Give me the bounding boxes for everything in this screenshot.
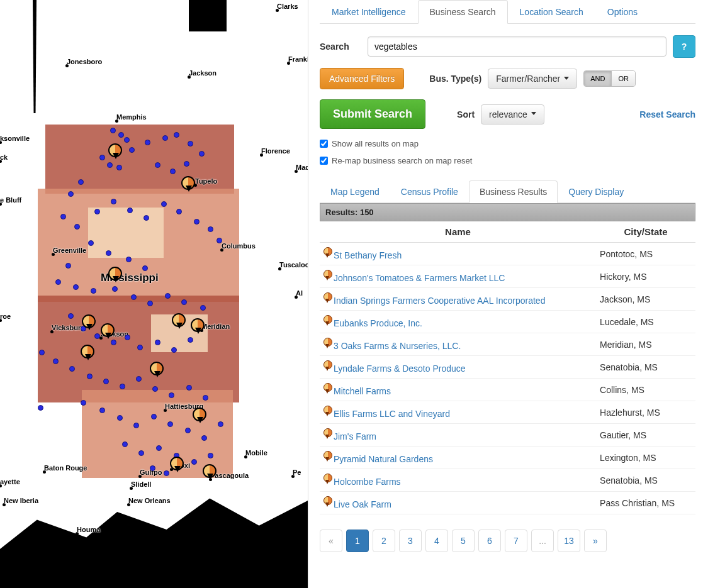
cluster-marker[interactable] <box>82 314 96 328</box>
result-dot[interactable] <box>185 428 191 433</box>
result-dot[interactable] <box>55 279 61 285</box>
result-dot[interactable] <box>133 423 139 428</box>
result-dot[interactable] <box>53 358 59 364</box>
tab-location-search[interactable]: Location Search <box>508 0 595 24</box>
page-13[interactable]: 13 <box>558 530 580 552</box>
cluster-marker[interactable] <box>191 318 205 332</box>
business-link[interactable]: 3 Oaks Farms & Nurseries, LLC. <box>334 341 461 351</box>
result-dot[interactable] <box>208 453 213 458</box>
result-dot[interactable] <box>176 209 182 214</box>
business-link[interactable]: Mitchell Farms <box>334 386 391 396</box>
result-dot[interactable] <box>124 137 130 143</box>
page-2[interactable]: 2 <box>373 530 395 552</box>
result-dot[interactable] <box>65 263 71 269</box>
help-button[interactable]: ? <box>673 35 695 58</box>
result-dot[interactable] <box>69 366 75 372</box>
result-dot[interactable] <box>188 141 193 147</box>
result-dot[interactable] <box>171 347 177 353</box>
result-dot[interactable] <box>150 465 155 471</box>
map[interactable]: Mississippi ClarksJonesboroJacksonFrankl… <box>0 0 308 588</box>
cluster-marker[interactable] <box>81 345 94 358</box>
result-dot[interactable] <box>167 421 173 427</box>
result-dot[interactable] <box>94 209 100 214</box>
result-dot[interactable] <box>174 132 179 138</box>
business-link[interactable]: St Bethany Fresh <box>334 250 402 260</box>
result-dot[interactable] <box>103 379 109 384</box>
cluster-marker[interactable] <box>101 323 115 337</box>
submit-search-button[interactable]: Submit Search <box>320 99 425 129</box>
checkbox-0[interactable] <box>320 140 328 148</box>
result-dot[interactable] <box>111 340 116 345</box>
cluster-marker[interactable] <box>108 267 122 280</box>
result-dot[interactable] <box>125 335 130 340</box>
result-dot[interactable] <box>203 395 208 401</box>
result-dot[interactable] <box>117 415 123 421</box>
business-link[interactable]: Pyramid Natural Gardens <box>334 454 433 464</box>
result-dot[interactable] <box>110 128 116 133</box>
tab-options[interactable]: Options <box>595 0 650 24</box>
cluster-marker[interactable] <box>170 457 184 470</box>
result-dot[interactable] <box>136 376 142 382</box>
result-dot[interactable] <box>162 135 168 141</box>
page-»[interactable]: » <box>584 530 607 552</box>
reset-search-link[interactable]: Reset Search <box>639 109 695 119</box>
result-dot[interactable] <box>87 374 93 379</box>
result-dot[interactable] <box>99 408 105 413</box>
result-dot[interactable] <box>184 161 189 167</box>
business-link[interactable]: Ellis Farms LLC and Vineyard <box>334 409 450 419</box>
result-dot[interactable] <box>78 179 84 185</box>
result-dot[interactable] <box>137 345 143 350</box>
result-dot[interactable] <box>161 201 167 207</box>
result-dot[interactable] <box>156 445 162 451</box>
business-link[interactable]: Jim's Farm <box>334 431 376 441</box>
result-dot[interactable] <box>142 265 148 271</box>
result-dot[interactable] <box>60 214 66 219</box>
cluster-marker[interactable] <box>181 176 195 190</box>
result-dot[interactable] <box>91 288 96 294</box>
cluster-marker[interactable] <box>172 313 186 327</box>
result-dot[interactable] <box>194 219 200 225</box>
result-dot[interactable] <box>186 385 192 391</box>
result-dot[interactable] <box>151 414 157 419</box>
page-«[interactable]: « <box>320 530 342 552</box>
subtab-census-profile[interactable]: Census Profile <box>390 180 469 203</box>
page-6[interactable]: 6 <box>478 530 501 552</box>
result-dot[interactable] <box>181 299 187 305</box>
tab-market-intelligence[interactable]: Market Intelligence <box>320 0 418 24</box>
result-dot[interactable] <box>116 165 122 170</box>
subtab-business-results[interactable]: Business Results <box>469 180 558 203</box>
result-dot[interactable] <box>147 301 153 306</box>
business-link[interactable]: Johnson's Tomatoes & Farmers Market LLC <box>334 273 505 283</box>
result-dot[interactable] <box>68 191 74 197</box>
result-dot[interactable] <box>200 305 206 311</box>
result-dot[interactable] <box>88 240 94 246</box>
business-link[interactable]: Indian Springs Farmers Cooperative AAL I… <box>334 296 545 306</box>
result-dot[interactable] <box>152 386 158 392</box>
result-dot[interactable] <box>112 286 118 292</box>
result-dot[interactable] <box>38 405 43 411</box>
result-dot[interactable] <box>218 421 223 427</box>
result-dot[interactable] <box>145 140 150 145</box>
result-dot[interactable] <box>138 450 144 456</box>
business-link[interactable]: Lyndale Farms & Desoto Produce <box>334 363 466 374</box>
business-link[interactable]: Holcombe Farms <box>334 477 401 487</box>
bool-and[interactable]: AND <box>584 71 611 86</box>
search-input[interactable] <box>368 36 666 57</box>
result-dot[interactable] <box>155 340 160 345</box>
cluster-marker[interactable] <box>193 408 206 421</box>
result-dot[interactable] <box>127 208 133 213</box>
bus-types-dropdown[interactable]: Farmer/Rancher <box>488 69 577 89</box>
result-dot[interactable] <box>188 337 193 343</box>
result-dot[interactable] <box>122 441 128 447</box>
cluster-marker[interactable] <box>108 143 122 157</box>
page-3[interactable]: 3 <box>399 530 422 552</box>
sort-dropdown[interactable]: relevance <box>481 104 544 125</box>
advanced-filters-button[interactable]: Advanced Filters <box>320 68 404 89</box>
subtab-query-display[interactable]: Query Display <box>558 180 634 203</box>
result-dot[interactable] <box>68 313 74 319</box>
result-dot[interactable] <box>81 400 86 406</box>
result-dot[interactable] <box>39 350 45 355</box>
result-dot[interactable] <box>131 294 137 300</box>
page-5[interactable]: 5 <box>452 530 475 552</box>
cluster-marker[interactable] <box>203 464 217 478</box>
